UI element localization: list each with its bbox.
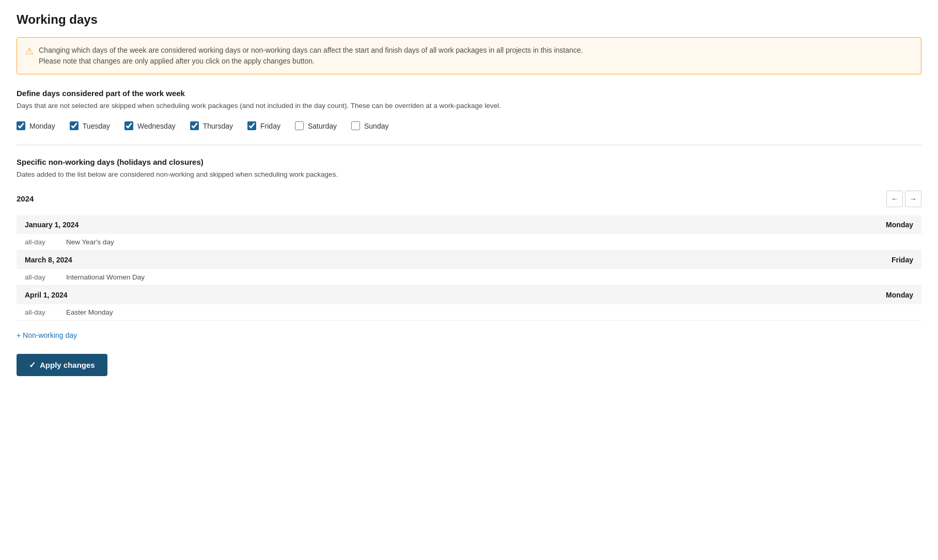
weekday-apr1: Monday	[402, 285, 921, 304]
apply-changes-button[interactable]: ✓ Apply changes	[17, 354, 107, 376]
year-navigation: 2024 ← →	[17, 191, 921, 207]
alert-text: Changing which days of the week are cons…	[39, 45, 583, 67]
nonworking-title: Specific non-working days (holidays and …	[17, 158, 921, 166]
year-nav-buttons: ← →	[886, 191, 921, 207]
checkbox-saturday[interactable]	[295, 121, 304, 130]
day-sunday[interactable]: Sunday	[351, 121, 388, 130]
section-divider	[17, 145, 921, 145]
add-nonworking-day-link[interactable]: + Non-working day	[17, 331, 77, 339]
day-monday[interactable]: Monday	[17, 121, 55, 130]
name-womensday: International Women Day	[58, 269, 921, 286]
checkbox-friday[interactable]	[247, 121, 256, 130]
date-header-jan1: January 1, 2024 Monday	[17, 215, 921, 234]
page-title: Working days	[17, 12, 921, 27]
holiday-newyear: all-day New Year's day	[17, 234, 921, 251]
time-eastermonday: all-day	[17, 304, 58, 321]
name-newyear: New Year's day	[58, 234, 921, 251]
date-apr1: April 1, 2024	[17, 285, 402, 304]
name-eastermonday: Easter Monday	[58, 304, 921, 321]
workweek-section: Define days considered part of the work …	[17, 89, 921, 130]
holiday-womensday: all-day International Women Day	[17, 269, 921, 286]
day-wednesday[interactable]: Wednesday	[124, 121, 176, 130]
date-header-mar8: March 8, 2024 Friday	[17, 250, 921, 269]
day-thursday[interactable]: Thursday	[190, 121, 233, 130]
apply-label: Apply changes	[40, 361, 95, 369]
checkbox-thursday[interactable]	[190, 121, 199, 130]
day-friday[interactable]: Friday	[247, 121, 280, 130]
weekday-mar8: Friday	[402, 250, 921, 269]
workweek-title: Define days considered part of the work …	[17, 89, 921, 98]
year-label: 2024	[17, 194, 34, 203]
date-mar8: March 8, 2024	[17, 250, 402, 269]
warning-icon: ⚠	[25, 45, 34, 57]
holiday-eastermonday: all-day Easter Monday	[17, 304, 921, 321]
date-jan1: January 1, 2024	[17, 215, 402, 234]
checkbox-sunday[interactable]	[351, 121, 360, 130]
checkmark-icon: ✓	[29, 360, 36, 370]
nonworking-description: Dates added to the list below are consid…	[17, 169, 921, 180]
nonworking-section: Specific non-working days (holidays and …	[17, 158, 921, 353]
prev-year-button[interactable]: ←	[886, 191, 903, 207]
day-tuesday[interactable]: Tuesday	[70, 121, 110, 130]
weekday-jan1: Monday	[402, 215, 921, 234]
checkbox-wednesday[interactable]	[124, 121, 133, 130]
checkbox-tuesday[interactable]	[70, 121, 79, 130]
days-row: Monday Tuesday Wednesday Thursday Friday…	[17, 121, 921, 130]
date-header-apr1: April 1, 2024 Monday	[17, 285, 921, 304]
day-saturday[interactable]: Saturday	[295, 121, 337, 130]
holidays-table: January 1, 2024 Monday all-day New Year'…	[17, 215, 921, 321]
time-womensday: all-day	[17, 269, 58, 286]
time-newyear: all-day	[17, 234, 58, 251]
workweek-description: Days that are not selected are skipped w…	[17, 101, 921, 111]
checkbox-monday[interactable]	[17, 121, 25, 130]
alert-banner: ⚠ Changing which days of the week are co…	[17, 37, 921, 74]
next-year-button[interactable]: →	[905, 191, 921, 207]
